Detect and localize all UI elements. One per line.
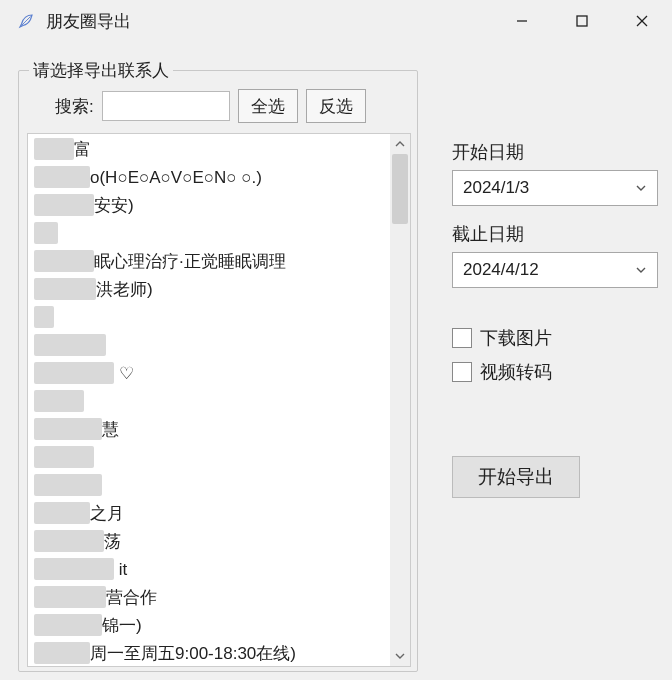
chevron-down-icon <box>635 171 647 205</box>
title-bar: 朋友圈导出 <box>0 0 672 42</box>
redacted-text <box>34 614 102 636</box>
app-feather-icon <box>14 9 38 33</box>
list-item-text: 眠心理治疗·正觉睡眠调理 <box>94 252 286 271</box>
list-item-text: ♡ <box>114 364 134 383</box>
redacted-text <box>34 278 96 300</box>
start-date-select[interactable]: 2024/1/3 <box>452 170 658 206</box>
redacted-text <box>34 586 106 608</box>
scroll-thumb[interactable] <box>392 154 408 224</box>
list-item[interactable]: 锦一) <box>34 612 384 640</box>
redacted-text <box>34 306 54 328</box>
redacted-text <box>34 446 94 468</box>
list-item[interactable]: 安安) <box>34 192 384 220</box>
minimize-button[interactable] <box>492 0 552 42</box>
svg-rect-1 <box>577 16 587 26</box>
list-item-text: 之月 <box>90 504 124 523</box>
contact-listbox[interactable]: 富o(H○E○A○V○E○N○ ○.)安安)眠心理治疗·正觉睡眠调理洪老师) ♡… <box>27 133 411 667</box>
redacted-text <box>34 418 102 440</box>
redacted-text <box>34 334 106 356</box>
redacted-text <box>34 502 90 524</box>
list-item-text: 荡 <box>104 532 121 551</box>
list-item-text: 安安) <box>94 196 134 215</box>
redacted-text <box>34 250 94 272</box>
start-date-label: 开始日期 <box>452 140 658 164</box>
redacted-text <box>34 558 114 580</box>
download-images-label: 下载图片 <box>480 326 552 350</box>
search-label: 搜索: <box>55 95 94 118</box>
contacts-fieldset: 请选择导出联系人 搜索: 全选 反选 富o(H○E○A○V○E○N○ ○.)安安… <box>18 70 418 672</box>
list-item-text: 锦一) <box>102 616 142 635</box>
list-item[interactable] <box>34 332 384 360</box>
list-item-text: o(H○E○A○V○E○N○ ○.) <box>90 168 262 187</box>
maximize-button[interactable] <box>552 0 612 42</box>
list-item[interactable] <box>34 388 384 416</box>
redacted-text <box>34 642 90 664</box>
chevron-down-icon <box>635 253 647 287</box>
window-title: 朋友圈导出 <box>46 10 131 33</box>
close-button[interactable] <box>612 0 672 42</box>
list-item[interactable]: 之月 <box>34 500 384 528</box>
list-item-text: 慧 <box>102 420 119 439</box>
start-export-button[interactable]: 开始导出 <box>452 456 580 498</box>
end-date-select[interactable]: 2024/4/12 <box>452 252 658 288</box>
list-item-text: 营合作 <box>106 588 157 607</box>
redacted-text <box>34 222 58 244</box>
redacted-text <box>34 138 74 160</box>
download-images-checkbox[interactable] <box>452 328 472 348</box>
redacted-text <box>34 474 102 496</box>
list-item[interactable]: 眠心理治疗·正觉睡眠调理 <box>34 248 384 276</box>
redacted-text <box>34 390 84 412</box>
list-item-text: 富 <box>74 140 91 159</box>
list-item-text: it <box>114 560 127 579</box>
list-item[interactable]: 荡 <box>34 528 384 556</box>
video-transcode-row[interactable]: 视频转码 <box>452 360 658 384</box>
list-item[interactable]: it <box>34 556 384 584</box>
list-item[interactable] <box>34 444 384 472</box>
list-item[interactable]: ♡ <box>34 360 384 388</box>
redacted-text <box>34 530 104 552</box>
list-item[interactable]: 周一至周五9:00-18:30在线) <box>34 640 384 667</box>
right-panel: 开始日期 2024/1/3 截止日期 2024/4/12 下载图片 视频转码 开… <box>452 52 658 672</box>
invert-selection-button[interactable]: 反选 <box>306 89 366 123</box>
list-item[interactable]: 富 <box>34 136 384 164</box>
scroll-track[interactable] <box>390 154 410 646</box>
end-date-label: 截止日期 <box>452 222 658 246</box>
list-item[interactable] <box>34 220 384 248</box>
search-input[interactable] <box>102 91 230 121</box>
list-item[interactable]: 营合作 <box>34 584 384 612</box>
list-item[interactable]: 洪老师) <box>34 276 384 304</box>
scroll-down-button[interactable] <box>390 646 410 666</box>
list-item[interactable]: o(H○E○A○V○E○N○ ○.) <box>34 164 384 192</box>
list-item-text: 洪老师) <box>96 280 153 299</box>
redacted-text <box>34 362 114 384</box>
select-all-button[interactable]: 全选 <box>238 89 298 123</box>
list-item[interactable] <box>34 472 384 500</box>
start-date-value: 2024/1/3 <box>463 178 529 198</box>
list-item-text: 周一至周五9:00-18:30在线) <box>90 644 296 663</box>
video-transcode-label: 视频转码 <box>480 360 552 384</box>
redacted-text <box>34 194 94 216</box>
download-images-row[interactable]: 下载图片 <box>452 326 658 350</box>
contacts-legend: 请选择导出联系人 <box>29 59 173 82</box>
scroll-up-button[interactable] <box>390 134 410 154</box>
end-date-value: 2024/4/12 <box>463 260 539 280</box>
list-item[interactable]: 慧 <box>34 416 384 444</box>
redacted-text <box>34 166 90 188</box>
video-transcode-checkbox[interactable] <box>452 362 472 382</box>
list-item[interactable] <box>34 304 384 332</box>
scrollbar-vertical[interactable] <box>390 134 410 666</box>
